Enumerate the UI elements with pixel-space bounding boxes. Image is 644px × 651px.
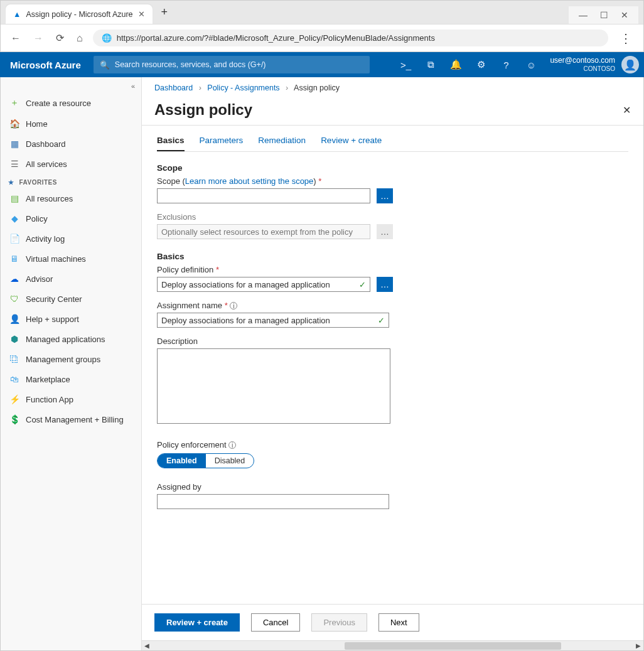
sidebar-item-activity-log[interactable]: 📄Activity log (1, 229, 141, 249)
cancel-button[interactable]: Cancel (251, 613, 300, 632)
sidebar-item-marketplace[interactable]: 🛍Marketplace (1, 369, 141, 389)
info-icon[interactable]: i (230, 302, 237, 309)
sidebar-item-managed-apps[interactable]: ⬢Managed applications (1, 329, 141, 349)
sidebar-item-help[interactable]: 👤Help + support (1, 309, 141, 329)
horizontal-scrollbar[interactable]: ◀ ▶ (142, 640, 643, 650)
favorites-heading: FAVORITES (1, 174, 141, 188)
list-icon: ☰ (9, 159, 19, 169)
scope-input[interactable] (157, 188, 370, 203)
close-window-button[interactable]: ✕ (621, 10, 628, 20)
maximize-button[interactable]: ☐ (600, 10, 608, 20)
previous-button: Previous (311, 613, 367, 632)
cloud-shell-icon[interactable]: >_ (393, 52, 418, 77)
collapse-sidebar-icon[interactable]: « (1, 80, 141, 92)
sidebar-item-vm[interactable]: 🖥Virtual machines (1, 249, 141, 269)
advisor-icon: ☁ (9, 274, 19, 284)
address-bar[interactable]: 🌐 https://portal.azure.com/?#blade/Micro… (93, 30, 608, 46)
next-button[interactable]: Next (378, 613, 419, 632)
plus-icon: ＋ (9, 97, 19, 109)
settings-icon[interactable]: ⚙ (468, 52, 493, 77)
tab-title: Assign policy - Microsoft Azure (26, 10, 132, 19)
tab-parameters[interactable]: Parameters (200, 131, 244, 151)
user-tenant: CONTOSO (584, 65, 615, 72)
shield-icon: 🛡 (9, 294, 19, 304)
policy-definition-picker-button[interactable]: … (377, 277, 393, 292)
function-icon: ⚡ (9, 394, 19, 404)
new-tab-button[interactable]: + (153, 1, 177, 24)
feedback-icon[interactable]: ☺ (518, 52, 544, 77)
reload-icon[interactable]: ⟳ (53, 32, 67, 44)
exclusions-picker-button[interactable]: … (377, 224, 393, 239)
scope-picker-button[interactable]: … (377, 188, 393, 203)
sidebar-item-advisor[interactable]: ☁Advisor (1, 269, 141, 289)
minimize-button[interactable]: — (579, 10, 588, 20)
log-icon: 📄 (9, 234, 19, 244)
home-icon[interactable]: ⌂ (74, 33, 85, 44)
assigned-by-input[interactable] (157, 494, 389, 509)
cost-icon: 💲 (9, 414, 19, 424)
sidebar-all-services[interactable]: ☰All services (1, 154, 141, 174)
back-icon[interactable]: ← (8, 33, 23, 44)
scope-help-link[interactable]: Learn more about setting the scope (185, 176, 314, 186)
enforcement-label: Policy enforcement i (157, 440, 628, 449)
assignment-name-label: Assignment name * i (157, 301, 628, 310)
tab-remediation[interactable]: Remediation (258, 131, 306, 151)
close-blade-icon[interactable]: ✕ (623, 104, 631, 116)
assigned-by-label: Assigned by (157, 482, 628, 492)
sidebar-item-function-app[interactable]: ⚡Function App (1, 389, 141, 409)
sidebar-item-security[interactable]: 🛡Security Center (1, 289, 141, 309)
scroll-left-icon[interactable]: ◀ (142, 641, 152, 650)
user-email: user@contoso.com (550, 56, 615, 65)
breadcrumb: Dashboard › Policy - Assignments › Assig… (142, 77, 643, 99)
vm-icon: 🖥 (9, 254, 19, 264)
browser-tab[interactable]: ▲ Assign policy - Microsoft Azure ✕ (6, 4, 153, 24)
sidebar-home[interactable]: 🏠Home (1, 114, 141, 134)
review-create-button[interactable]: Review + create (154, 613, 240, 632)
azure-search[interactable]: 🔍 Search resources, services, and docs (… (94, 56, 370, 73)
exclusions-input[interactable]: Optionally select resources to exempt fr… (157, 224, 370, 239)
scope-label: Scope (Learn more about setting the scop… (157, 176, 628, 186)
breadcrumb-current: Assign policy (294, 83, 340, 92)
azure-brand[interactable]: Microsoft Azure (10, 60, 81, 70)
breadcrumb-dashboard[interactable]: Dashboard (154, 83, 193, 92)
close-tab-icon[interactable]: ✕ (138, 9, 145, 19)
basics-heading: Basics (157, 252, 628, 261)
browser-more-icon[interactable]: ⋮ (616, 31, 636, 46)
tab-review[interactable]: Review + create (321, 131, 382, 151)
notifications-icon[interactable]: 🔔 (443, 52, 468, 77)
policy-icon: ◆ (9, 213, 19, 223)
user-account[interactable]: user@contoso.com CONTOSO (544, 56, 621, 73)
toggle-disabled[interactable]: Disabled (206, 454, 254, 468)
home-icon: 🏠 (9, 119, 19, 129)
help-icon[interactable]: ? (493, 52, 518, 77)
check-icon: ✓ (378, 316, 385, 325)
sidebar-item-all-resources[interactable]: ▤All resources (1, 188, 141, 208)
breadcrumb-policy[interactable]: Policy - Assignments (207, 83, 279, 92)
assignment-name-input[interactable]: Deploy associations for a managed applic… (157, 313, 389, 328)
sidebar-dashboard[interactable]: ▦Dashboard (1, 134, 141, 154)
tab-basics[interactable]: Basics (157, 131, 185, 151)
sidebar-item-mgmt-groups[interactable]: ⿻Management groups (1, 349, 141, 369)
description-textarea[interactable] (157, 348, 390, 424)
form-footer: Review + create Cancel Previous Next (142, 604, 643, 640)
marketplace-icon: 🛍 (9, 374, 19, 384)
page-title: Assign policy (154, 101, 252, 119)
policy-definition-input[interactable]: Deploy associations for a managed applic… (157, 277, 370, 292)
globe-icon: 🌐 (102, 33, 112, 43)
sidebar-item-policy[interactable]: ◆Policy (1, 208, 141, 229)
info-icon[interactable]: i (228, 441, 236, 449)
avatar[interactable]: 👤 (621, 56, 639, 73)
forward-icon[interactable]: → (31, 33, 46, 44)
sidebar-create-resource[interactable]: ＋Create a resource (1, 92, 141, 114)
check-icon: ✓ (359, 280, 366, 289)
enforcement-toggle[interactable]: Enabled Disabled (157, 453, 254, 468)
sidebar-item-cost[interactable]: 💲Cost Management + Billing (1, 409, 141, 429)
directory-filter-icon[interactable]: ⧉ (418, 52, 443, 77)
toggle-enabled[interactable]: Enabled (158, 454, 206, 468)
scope-heading: Scope (157, 163, 628, 173)
scroll-thumb[interactable] (345, 642, 561, 650)
grid-icon: ▤ (9, 193, 19, 203)
scroll-right-icon[interactable]: ▶ (633, 641, 643, 650)
managed-apps-icon: ⬢ (9, 334, 19, 344)
search-placeholder: Search resources, services, and docs (G+… (115, 60, 266, 69)
